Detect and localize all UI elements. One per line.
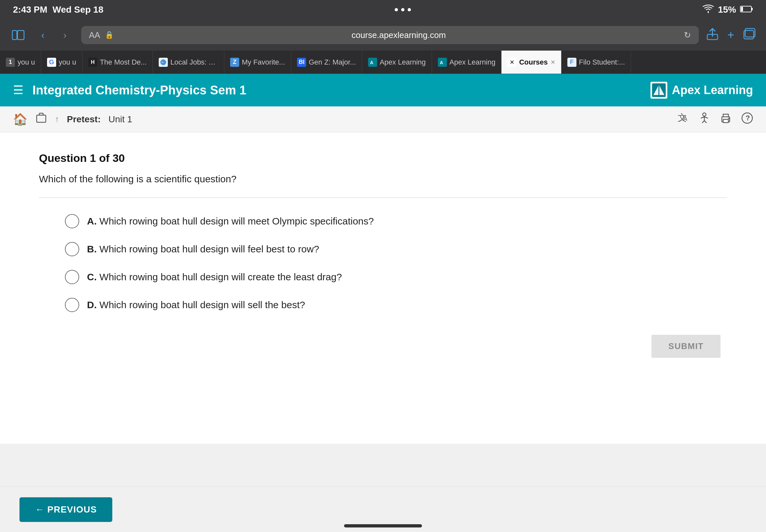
tab-courses-label: Courses [519,58,548,67]
help-icon[interactable]: ? [741,112,753,127]
svg-rect-4 [18,30,24,40]
browser-nav: ‹ › [34,27,73,43]
tab-apex1-label: Apex Learning [380,58,426,67]
submit-container: SUBMIT [39,335,727,358]
tab-jobs[interactable]: ~ Local Jobs: 1... [153,51,224,74]
option-c-label: C. Which rowing boat hull design will cr… [87,272,342,283]
app-header-left: ☰ Integrated Chemistry-Physics Sem 1 [13,83,246,97]
upload-icon: ↑ [55,114,59,124]
sidebar-toggle-button[interactable] [10,27,27,43]
battery-label: 15% [718,5,736,15]
status-bar: 2:43 PM Wed Sep 18 15% [0,0,766,19]
new-tab-icon[interactable]: + [727,28,734,42]
tab-favorites-label: My Favorite... [242,58,285,67]
svg-rect-17 [37,115,46,122]
tab-jobs-label: Local Jobs: 1... [170,58,218,67]
option-d-label: D. Which rowing boat hull design will se… [87,299,305,310]
svg-rect-22 [723,119,728,123]
dot2 [401,8,405,11]
status-date: Wed Sep 18 [53,5,103,15]
radio-c[interactable] [65,270,79,284]
svg-point-23 [728,118,729,119]
share-icon[interactable] [707,27,718,43]
question-header: Question 1 of 30 [39,152,727,164]
tab-google-label: you u [59,58,76,67]
tab-courses-close[interactable]: ✕ [551,59,555,66]
svg-rect-1 [751,8,753,10]
course-title: Integrated Chemistry-Physics Sem 1 [32,83,246,97]
home-indicator [344,524,422,527]
tab-hbo[interactable]: H The Most De... [82,51,153,74]
pretest-label: Pretest: [67,114,101,125]
wifi-icon [702,4,714,16]
bottom-bar: ← PREVIOUS [0,487,766,532]
status-time: 2:43 PM [13,5,47,15]
apex-logo-icon [651,82,667,99]
main-content: Question 1 of 30 Which of the following … [0,132,766,444]
apex-logo: Apex Learning [651,82,753,99]
tab-bar: 1 you u G you u H The Most De... ~ Local… [0,51,766,74]
sub-header-right: 文 A ? [677,112,753,127]
radio-a[interactable] [65,214,79,228]
option-d-text: Which rowing boat hull design will sell … [99,299,305,310]
option-a-letter: A. [87,216,99,226]
status-bar-left: 2:43 PM Wed Sep 18 [13,5,103,15]
hamburger-menu-icon[interactable]: ☰ [13,83,23,97]
sub-header: 🏠 ↑ Pretest: Unit 1 文 A [0,106,766,132]
aa-label: AA [89,30,100,40]
svg-text:A: A [370,60,373,65]
option-c[interactable]: C. Which rowing boat hull design will cr… [65,270,727,284]
app-header: ☰ Integrated Chemistry-Physics Sem 1 Ape… [0,74,766,106]
svg-text:A: A [683,115,687,122]
tab-apex2-label: Apex Learning [450,58,496,67]
tab-filo[interactable]: F Filo Student:... [562,51,631,74]
option-c-text: Which rowing boat hull design will creat… [99,272,342,282]
svg-point-20 [703,113,706,116]
divider [39,198,727,198]
option-c-letter: C. [87,272,99,282]
sub-header-left: 🏠 ↑ Pretest: Unit 1 [13,112,132,127]
translate-icon[interactable]: 文 A [677,112,689,127]
battery-icon [740,5,753,15]
answer-options: A. Which rowing boat hull design will me… [39,214,727,312]
tab-courses[interactable]: ✕ Courses ✕ [502,51,561,74]
browser-toolbar: ‹ › AA 🔒 course.apexlearning.com ↻ + [0,19,766,51]
option-b[interactable]: B. Which rowing boat hull design will fe… [65,242,727,256]
option-b-text: Which rowing boat hull design will feel … [99,244,319,254]
tab-apex1[interactable]: A Apex Learning [362,51,432,74]
accessibility-icon[interactable] [699,112,710,127]
svg-text:?: ? [746,114,750,122]
tab-filo-label: Filo Student:... [579,58,625,67]
url-text: course.apexlearning.com [118,30,679,40]
print-icon[interactable] [720,112,732,127]
tabs-icon[interactable] [743,28,756,42]
status-bar-right: 15% [702,4,753,16]
home-icon[interactable]: 🏠 [13,113,28,126]
browser-actions: + [707,27,756,43]
radio-d[interactable] [65,298,79,312]
lock-icon: 🔒 [105,31,114,39]
tab-genz-label: Gen Z: Major... [309,58,356,67]
tab-1[interactable]: 1 you u [0,51,41,74]
back-button[interactable]: ‹ [34,27,51,43]
tab-1-label: you u [18,58,35,67]
option-d[interactable]: D. Which rowing boat hull design will se… [65,298,727,312]
option-a-label: A. Which rowing boat hull design will me… [87,216,374,227]
tab-genz[interactable]: BI Gen Z: Major... [291,51,362,74]
tab-apex2[interactable]: A Apex Learning [432,51,502,74]
dot3 [408,8,411,11]
forward-button[interactable]: › [56,27,73,43]
svg-text:A: A [440,60,443,65]
address-bar[interactable]: AA 🔒 course.apexlearning.com ↻ [81,26,699,44]
unit-label: Unit 1 [108,114,132,125]
option-a[interactable]: A. Which rowing boat hull design will me… [65,214,727,228]
previous-button[interactable]: ← PREVIOUS [19,497,112,522]
submit-button[interactable]: SUBMIT [651,335,721,358]
tab-google[interactable]: G you u [41,51,82,74]
refresh-button[interactable]: ↻ [684,30,691,40]
apex-logo-text: Apex Learning [672,83,753,97]
tab-favorites[interactable]: Z My Favorite... [224,51,291,74]
option-a-text: Which rowing boat hull design will meet … [99,216,373,226]
portfolio-icon[interactable] [35,112,47,127]
radio-b[interactable] [65,242,79,256]
